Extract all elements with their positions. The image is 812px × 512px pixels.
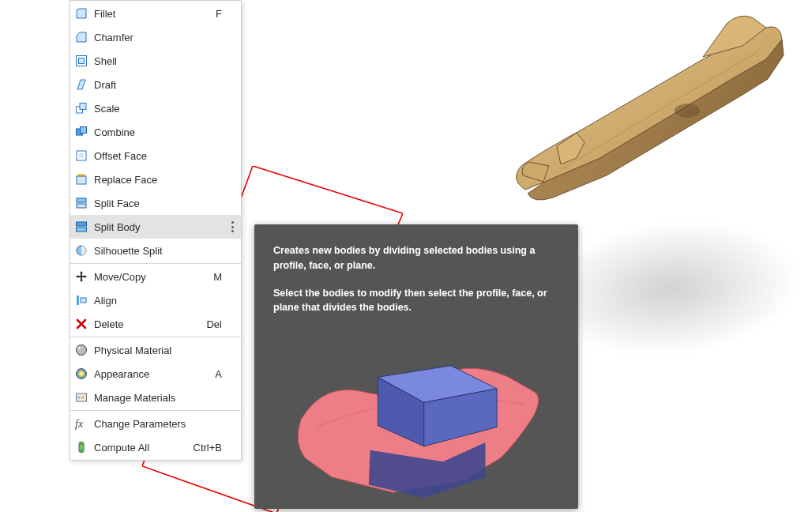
menu-item-label: Chamfer [94, 32, 235, 43]
menu-item-label: Silhouette Split [94, 245, 235, 257]
menu-item-label: Change Parameters [94, 418, 235, 430]
menu-item-offset-face[interactable]: Offset Face [70, 144, 241, 168]
menu-item-label: Compute All [94, 442, 194, 454]
menu-item-change-parameters[interactable]: Change Parameters [70, 412, 241, 435]
menu-separator [70, 263, 241, 264]
menu-item-label: Split Body [94, 221, 235, 233]
menu-item-scale[interactable]: Scale [70, 96, 241, 120]
menu-item-replace-face[interactable]: Replace Face [70, 168, 241, 191]
wood-model[interactable] [506, 8, 798, 213]
manage-materials-icon [75, 391, 88, 404]
compute-all-icon [75, 441, 88, 454]
menu-item-label: Scale [94, 103, 235, 115]
fillet-icon [75, 7, 88, 20]
replace-face-icon [75, 173, 88, 186]
appearance-icon [75, 367, 88, 380]
menu-item-manage-materials[interactable]: Manage Materials [70, 386, 241, 409]
menu-item-compute-all[interactable]: Compute AllCtrl+B [70, 435, 241, 459]
menu-item-shortcut: F [216, 8, 235, 20]
menu-item-label: Appearance [94, 368, 215, 380]
modify-context-menu[interactable]: FilletFChamferShellDraftScaleCombineOffs… [70, 0, 242, 461]
scale-icon [75, 102, 88, 115]
menu-item-label: Manage Materials [94, 392, 235, 404]
menu-item-label: Combine [94, 126, 235, 138]
menu-item-shortcut: A [215, 368, 235, 380]
menu-item-label: Split Face [94, 198, 235, 209]
menu-item-shortcut: Ctrl+B [194, 442, 235, 454]
menu-item-combine[interactable]: Combine [70, 120, 241, 144]
menu-item-label: Offset Face [94, 150, 235, 162]
menu-item-silhouette-split[interactable]: Silhouette Split [70, 239, 241, 262]
menu-item-label: Shell [94, 55, 235, 67]
physical-material-icon [75, 344, 88, 356]
menu-item-label: Delete [94, 318, 206, 330]
menu-separator [70, 337, 241, 337]
draft-icon [75, 78, 88, 91]
chamfer-icon [75, 31, 88, 43]
menu-item-shortcut: M [213, 271, 235, 283]
align-icon [75, 294, 88, 307]
menu-item-draft[interactable]: Draft [70, 73, 241, 96]
menu-item-label: Move/Copy [94, 271, 213, 283]
split-body-icon [75, 220, 88, 233]
menu-item-physical-material[interactable]: Physical Material [70, 338, 241, 362]
menu-item-chamfer[interactable]: Chamfer [70, 25, 241, 49]
combine-icon [75, 126, 88, 138]
change-parameters-icon [75, 417, 88, 430]
menu-item-label: Physical Material [94, 344, 235, 356]
tooltip-illustration [278, 325, 554, 503]
menu-item-shortcut: Del [206, 318, 235, 330]
menu-item-label: Align [94, 295, 235, 307]
tooltip-panel: Creates new bodies by dividing selected … [254, 224, 578, 509]
menu-item-split-body[interactable]: Split Body [70, 215, 241, 239]
move-icon [75, 270, 88, 283]
menu-item-label: Fillet [94, 8, 216, 20]
menu-item-split-face[interactable]: Split Face [70, 191, 241, 215]
menu-item-delete[interactable]: DeleteDel [70, 312, 241, 336]
offset-face-icon [75, 149, 88, 162]
menu-item-shell[interactable]: Shell [70, 49, 241, 73]
tooltip-text-2: Select the bodies to modify then select … [273, 286, 559, 316]
svg-point-0 [675, 104, 700, 118]
menu-item-appearance[interactable]: AppearanceA [70, 362, 241, 386]
menu-item-label: Replace Face [94, 174, 235, 186]
kebab-icon[interactable] [231, 221, 235, 232]
split-face-icon [75, 197, 88, 209]
tooltip-text-1: Creates new bodies by dividing selected … [273, 243, 559, 273]
menu-item-fillet[interactable]: FilletF [70, 2, 241, 25]
silhouette-split-icon [75, 244, 88, 257]
menu-separator [70, 410, 241, 411]
shell-icon [75, 55, 88, 67]
menu-item-label: Draft [94, 79, 235, 91]
menu-item-align[interactable]: Align [70, 288, 241, 312]
delete-icon [75, 318, 88, 330]
menu-item-move-copy[interactable]: Move/CopyM [70, 265, 241, 288]
